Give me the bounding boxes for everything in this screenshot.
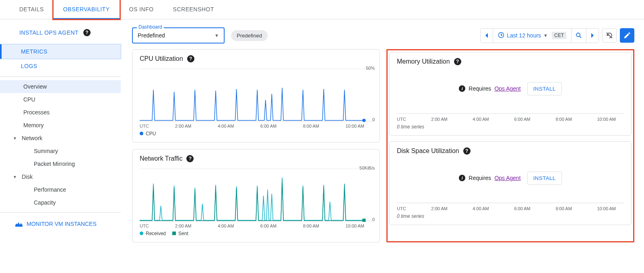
install-ops-agent-link[interactable]: INSTALL OPS AGENT: [19, 29, 78, 36]
chevron-right-icon: [590, 33, 594, 38]
ops-agent-link[interactable]: Ops Agent: [494, 175, 520, 181]
card-title: CPU Utilization: [140, 55, 183, 62]
monitor-vm-instances-link[interactable]: MONITOR VM INSTANCES: [0, 216, 121, 232]
dashboard-select-label: Dashboard: [137, 24, 164, 30]
card-disk-space-utilization: Disk Space Utilization ? i Requires Ops …: [389, 141, 632, 225]
time-range-button[interactable]: Last 12 hours ▼ CET: [493, 29, 572, 43]
edit-button[interactable]: [620, 28, 634, 43]
y-max-label: 50KiB/s: [359, 165, 375, 170]
sidebar-item-processes[interactable]: Processes: [0, 106, 121, 119]
auto-refresh-off-button[interactable]: [602, 28, 617, 43]
content-area: Dashboard Predefined ▼ Predefined Last 1…: [121, 19, 644, 250]
sidebar-item-label: Disk: [22, 174, 33, 180]
sidebar-item-network[interactable]: ▼ Network: [0, 132, 121, 145]
search-button[interactable]: [572, 29, 586, 43]
dashboard-select-value: Predefined: [138, 32, 165, 39]
help-icon[interactable]: ?: [187, 55, 194, 62]
chevron-left-icon: [485, 33, 489, 38]
card-title: Network Traffic: [140, 155, 182, 162]
card-title: Disk Space Utilization: [397, 147, 459, 155]
empty-chart-message: i Requires Ops Agent INSTALL: [397, 68, 624, 109]
zero-time-series-label: 0 time series: [397, 124, 624, 130]
x-tick: UTC: [140, 223, 149, 228]
card-network-traffic: Network Traffic ? 50KiB/s 0: [132, 149, 380, 242]
legend-marker: [172, 232, 176, 235]
requires-label: Requires: [469, 175, 491, 181]
sidebar-item-cpu[interactable]: CPU: [0, 93, 121, 106]
install-button[interactable]: INSTALL: [527, 172, 562, 185]
x-tick: 2:00 AM: [431, 206, 447, 211]
info-icon: i: [459, 175, 465, 181]
timezone-badge: CET: [552, 32, 566, 39]
sidebar: INSTALL OPS AGENT ? METRICS LOGS Overvie…: [0, 19, 121, 250]
chevron-down-icon: ▼: [13, 175, 19, 179]
legend: CPU: [140, 131, 372, 136]
install-button[interactable]: INSTALL: [527, 82, 562, 95]
time-next-button[interactable]: [586, 29, 599, 43]
tab-observability[interactable]: OBSERVABILITY: [54, 0, 120, 19]
x-tick: 8:00 AM: [555, 117, 572, 122]
legend-label: CPU: [146, 131, 156, 136]
x-axis: UTC 2:00 AM 4:00 AM 6:00 AM 8:00 AM 10:0…: [140, 122, 372, 128]
help-icon[interactable]: ?: [463, 147, 471, 155]
dashboard-select[interactable]: Dashboard Predefined ▼: [132, 27, 225, 43]
tab-osinfo[interactable]: OS INFO: [120, 0, 163, 19]
x-tick: 6:00 AM: [514, 206, 530, 211]
x-tick: 6:00 AM: [260, 223, 277, 228]
tab-screenshot[interactable]: SCREENSHOT: [163, 0, 224, 19]
cpu-chart: 50% 0: [140, 66, 372, 122]
help-icon[interactable]: ?: [186, 155, 194, 162]
svg-rect-9: [362, 219, 365, 222]
axis-line: [397, 113, 624, 114]
svg-point-1: [576, 33, 580, 37]
x-tick: 8:00 AM: [303, 223, 319, 228]
time-prev-button[interactable]: [481, 29, 493, 43]
card-cpu-utilization: CPU Utilization ? 50% 0: [132, 49, 380, 143]
x-tick: 4:00 AM: [473, 206, 489, 211]
x-tick: 2:00 AM: [175, 124, 191, 128]
x-tick: 10:00 AM: [345, 223, 364, 228]
divider: [0, 212, 121, 213]
zero-time-series-label: 0 time series: [397, 213, 624, 219]
sidebar-item-performance[interactable]: Performance: [0, 183, 121, 196]
chevron-down-icon: ▼: [215, 33, 219, 38]
sidebar-item-packet-mirroring[interactable]: Packet Mirroring: [0, 157, 121, 170]
x-tick: 2:00 AM: [431, 117, 447, 122]
legend-marker: [140, 132, 143, 135]
tab-details[interactable]: DETAILS: [10, 0, 54, 19]
legend-label: Received: [146, 231, 166, 236]
search-icon: [576, 32, 582, 39]
empty-chart-message: i Requires Ops Agent INSTALL: [397, 158, 624, 198]
chevron-down-icon: ▼: [543, 33, 548, 38]
sidebar-nav-logs[interactable]: LOGS: [0, 59, 121, 73]
network-chart: 50KiB/s 0: [140, 165, 372, 222]
x-tick: 10:00 AM: [345, 124, 364, 128]
x-axis: UTC 2:00 AM 4:00 AM 6:00 AM 8:00 AM 10:0…: [397, 205, 624, 211]
sidebar-item-capacity[interactable]: Capacity: [0, 196, 121, 209]
sidebar-item-overview[interactable]: Overview: [0, 80, 121, 93]
time-range-group: Last 12 hours ▼ CET: [480, 28, 599, 43]
x-tick: UTC: [397, 206, 406, 211]
x-tick: UTC: [397, 117, 406, 122]
clock-icon: [498, 32, 504, 39]
x-tick: 6:00 AM: [514, 117, 530, 122]
help-icon[interactable]: ?: [83, 29, 91, 36]
x-tick: 2:00 AM: [175, 223, 191, 228]
legend: Received Sent: [140, 231, 372, 236]
x-tick: 10:00 AM: [597, 206, 615, 211]
monitor-icon: [15, 221, 23, 227]
sidebar-item-summary[interactable]: Summary: [0, 145, 121, 157]
predefined-chip: Predefined: [231, 30, 268, 41]
x-tick: 6:00 AM: [260, 124, 277, 128]
sidebar-item-label: Network: [22, 135, 42, 141]
card-memory-utilization: Memory Utilization ? i Requires Ops Agen…: [389, 52, 632, 136]
sidebar-nav-metrics[interactable]: METRICS: [0, 44, 121, 59]
x-tick: 4:00 AM: [473, 117, 489, 122]
ops-agent-link[interactable]: Ops Agent: [494, 85, 520, 92]
sidebar-item-memory[interactable]: Memory: [0, 119, 121, 132]
y-min-label: 0: [372, 117, 375, 122]
divider: [0, 77, 121, 77]
x-tick: 10:00 AM: [597, 117, 615, 122]
help-icon[interactable]: ?: [454, 58, 461, 65]
sidebar-item-disk[interactable]: ▼ Disk: [0, 170, 121, 183]
